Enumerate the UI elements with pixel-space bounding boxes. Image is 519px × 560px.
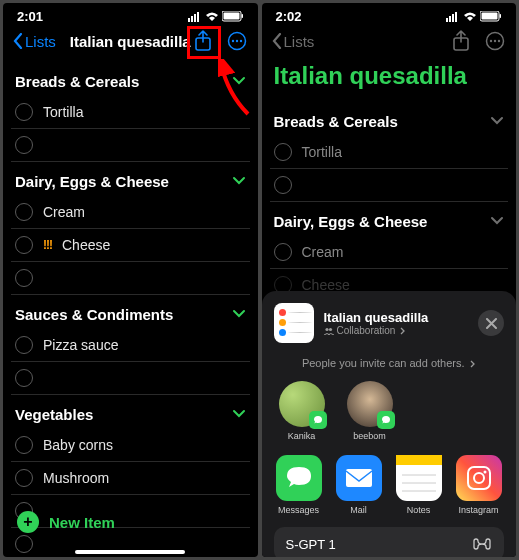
svg-rect-18 [500, 14, 502, 18]
svg-rect-15 [455, 12, 457, 22]
messages-badge-icon [377, 411, 395, 429]
section-header[interactable]: Vegetables [11, 395, 250, 429]
list-item[interactable]: Cream [11, 196, 250, 229]
reminders-list: Breads & Cereals Tortilla Dairy, Eggs & … [3, 62, 258, 557]
svg-point-21 [490, 40, 492, 42]
new-item-label: New Item [49, 514, 115, 531]
svg-rect-3 [197, 12, 199, 22]
status-time: 2:01 [17, 9, 43, 24]
svg-rect-17 [482, 13, 498, 20]
checkbox-icon[interactable] [15, 103, 33, 121]
status-bar: 2:02 [262, 3, 517, 26]
svg-point-22 [494, 40, 496, 42]
list-item: Cream [270, 236, 509, 269]
checkbox-icon[interactable] [15, 236, 33, 254]
chevron-down-icon[interactable] [232, 172, 246, 190]
list-item[interactable]: Baby corns [11, 429, 250, 462]
back-button[interactable]: Lists [13, 33, 56, 50]
back-label: Lists [284, 33, 315, 50]
list-item[interactable] [11, 129, 250, 162]
share-contact[interactable]: Kanika [276, 381, 328, 441]
plus-icon: + [17, 511, 39, 533]
svg-rect-2 [194, 14, 196, 22]
status-bar: 2:01 [3, 3, 258, 26]
checkbox-icon[interactable] [15, 369, 33, 387]
phone-left: 2:01 Lists Italian quesadilla Breads & C… [3, 3, 258, 557]
shortcut-glyph-icon [472, 536, 492, 552]
notes-icon [396, 455, 442, 501]
sheet-header: Italian quesadilla Collaboration [274, 303, 505, 343]
share-app-instagram[interactable]: Instagram [454, 455, 504, 515]
close-icon[interactable] [478, 310, 504, 336]
share-app-messages[interactable]: Messages [274, 455, 324, 515]
back-label: Lists [25, 33, 56, 50]
section-header: Breads & Cereals [270, 102, 509, 136]
checkbox-icon[interactable] [15, 436, 33, 454]
svg-point-33 [483, 471, 486, 474]
svg-rect-0 [188, 18, 190, 22]
list-item[interactable]: Tortilla [11, 96, 250, 129]
list-item: Tortilla [270, 136, 509, 169]
new-item-button[interactable]: + New Item [9, 501, 123, 543]
svg-rect-14 [452, 14, 454, 22]
annotation-arrow [218, 59, 258, 119]
checkbox-icon[interactable] [15, 269, 33, 287]
sheet-subtitle[interactable]: Collaboration [324, 325, 469, 336]
list-item[interactable]: Mushroom [11, 462, 250, 495]
checkbox-icon[interactable] [15, 336, 33, 354]
sheet-title: Italian quesadilla [324, 310, 469, 325]
chevron-down-icon [490, 212, 504, 230]
list-title: Italian quesadilla [270, 62, 509, 102]
section-header: Dairy, Eggs & Cheese [270, 202, 509, 236]
shortcut-row[interactable]: S-GPT 1 [274, 527, 505, 557]
list-item[interactable] [11, 262, 250, 295]
checkbox-icon [274, 176, 292, 194]
more-icon [484, 30, 506, 52]
checkbox-icon[interactable] [15, 203, 33, 221]
messages-badge-icon [309, 411, 327, 429]
share-contact[interactable]: beebom [344, 381, 396, 441]
shortcut-label: S-GPT 1 [286, 537, 336, 552]
phone-right: 2:02 Lists Italian quesadilla Breads & C… [262, 3, 517, 557]
checkbox-icon [274, 243, 292, 261]
instagram-icon [456, 455, 502, 501]
svg-rect-26 [346, 469, 372, 487]
section-header[interactable]: Sauces & Condiments [11, 295, 250, 329]
share-icon [450, 30, 472, 52]
list-item[interactable] [11, 362, 250, 395]
svg-rect-1 [191, 16, 193, 22]
list-item[interactable]: !!!Cheese [11, 229, 250, 262]
svg-point-23 [498, 40, 500, 42]
invite-options-row[interactable]: People you invite can add others. [274, 349, 505, 381]
checkbox-icon[interactable] [15, 136, 33, 154]
chevron-down-icon [490, 112, 504, 130]
svg-point-24 [325, 327, 328, 330]
annotation-highlight-box [187, 26, 221, 59]
section-header[interactable]: Breads & Cereals [11, 62, 250, 96]
messages-icon [276, 455, 322, 501]
svg-rect-12 [446, 18, 448, 22]
share-app-mail[interactable]: Mail [334, 455, 384, 515]
status-indicators [446, 11, 502, 22]
svg-point-11 [239, 40, 241, 42]
svg-point-32 [474, 473, 484, 483]
chevron-down-icon[interactable] [232, 305, 246, 323]
svg-rect-31 [468, 467, 490, 489]
avatar [347, 381, 393, 427]
mail-icon [336, 455, 382, 501]
section-header[interactable]: Dairy, Eggs & Cheese [11, 162, 250, 196]
status-time: 2:02 [276, 9, 302, 24]
chevron-down-icon[interactable] [232, 405, 246, 423]
more-icon[interactable] [226, 30, 248, 52]
svg-rect-13 [449, 16, 451, 22]
home-indicator[interactable] [75, 550, 185, 554]
back-button: Lists [272, 33, 315, 50]
priority-flag: !!! [43, 238, 52, 252]
reminders-app-icon [274, 303, 314, 343]
checkbox-icon[interactable] [15, 469, 33, 487]
people-row: Kanika beebom [274, 381, 505, 455]
list-item[interactable]: Pizza sauce [11, 329, 250, 362]
share-sheet: Italian quesadilla Collaboration People … [262, 291, 517, 557]
share-app-notes[interactable]: Notes [394, 455, 444, 515]
apps-row: Messages Mail Notes Instagram [274, 455, 505, 527]
